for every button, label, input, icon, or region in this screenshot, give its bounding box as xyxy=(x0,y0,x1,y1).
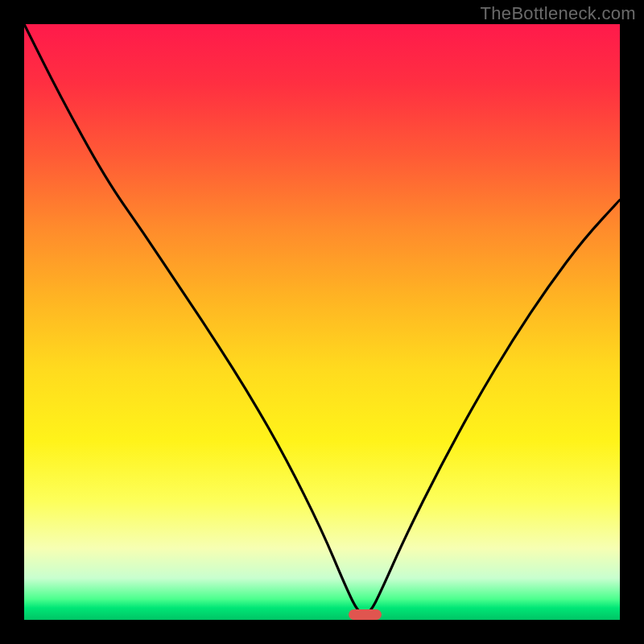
attribution-text: TheBottleneck.com xyxy=(481,3,636,24)
curve-svg xyxy=(24,24,620,620)
optimal-marker xyxy=(349,609,382,620)
chart-frame: TheBottleneck.com xyxy=(0,0,644,644)
plot-area xyxy=(24,24,620,620)
bottleneck-curve-path xyxy=(24,24,620,614)
